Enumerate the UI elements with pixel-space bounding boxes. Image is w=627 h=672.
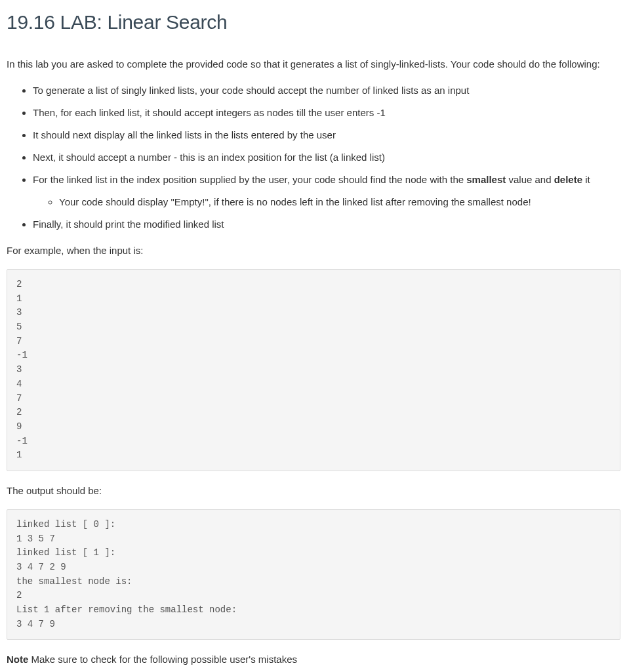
text-part: For the linked list in the index positio… <box>33 174 466 185</box>
text-part: it <box>582 174 590 185</box>
list-item: To generate a list of singly linked list… <box>33 83 620 98</box>
note-text: Make sure to check for the following pos… <box>28 654 297 665</box>
output-label: The output should be: <box>7 483 620 499</box>
output-code-block: linked list [ 0 ]: 1 3 5 7 linked list [… <box>7 509 620 640</box>
note-bold-label: Note <box>7 654 28 665</box>
page-title: 19.16 LAB: Linear Search <box>7 7 620 38</box>
list-item: Finally, it should print the modified li… <box>33 217 620 232</box>
list-item: It should next display all the linked li… <box>33 127 620 143</box>
list-item: Then, for each linked list, it should ac… <box>33 105 620 121</box>
bold-text: delete <box>554 174 582 185</box>
intro-paragraph: In this lab you are asked to complete th… <box>7 56 620 72</box>
list-item: Next, it should accept a number - this i… <box>33 150 620 165</box>
list-item: For the linked list in the index positio… <box>33 172 620 210</box>
input-code-block: 2 1 3 5 7 -1 3 4 7 2 9 -1 1 <box>7 269 620 471</box>
note-paragraph: Note Make sure to check for the followin… <box>7 652 620 667</box>
example-label: For example, when the input is: <box>7 243 620 259</box>
text-part: value and <box>506 174 554 185</box>
list-item: Your code should display "Empty!", if th… <box>59 194 620 210</box>
requirements-list: To generate a list of singly linked list… <box>7 83 620 232</box>
bold-text: smallest <box>466 174 506 185</box>
sub-list: Your code should display "Empty!", if th… <box>33 194 620 210</box>
